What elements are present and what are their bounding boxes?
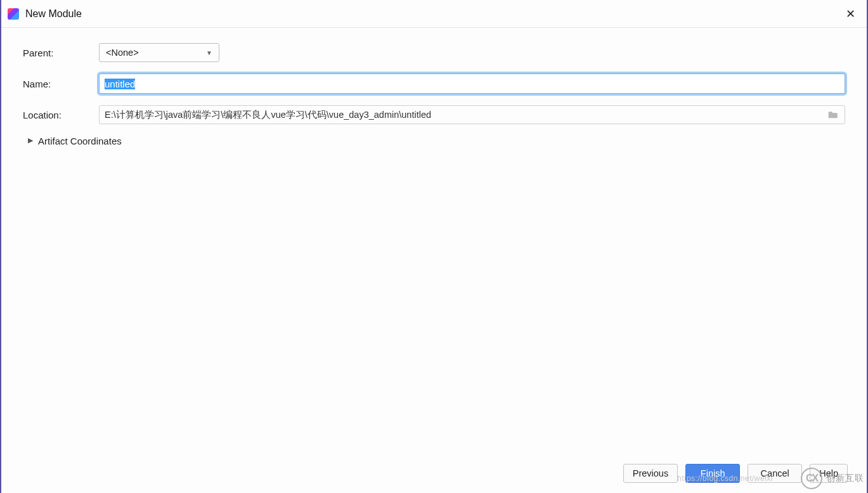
row-location: Location: xyxy=(23,105,845,124)
parent-selected-value: <None> xyxy=(106,48,139,58)
artifact-coordinates-label: Artifact Coordinates xyxy=(38,136,122,146)
intellij-icon xyxy=(8,8,19,20)
location-input[interactable] xyxy=(99,105,845,124)
folder-icon xyxy=(828,110,838,119)
dialog-footer: Previous Finish Cancel Help xyxy=(1,454,867,493)
window-title: New Module xyxy=(25,8,841,20)
dialog-content: Parent: <None> ▼ Name: Location: xyxy=(1,28,867,454)
close-icon[interactable]: ✕ xyxy=(841,4,860,23)
parent-label: Parent: xyxy=(23,48,99,58)
row-name: Name: xyxy=(23,74,845,94)
name-label: Name: xyxy=(23,79,99,89)
parent-dropdown[interactable]: <None> ▼ xyxy=(99,43,219,62)
titlebar: New Module ✕ xyxy=(1,0,867,28)
chevron-down-icon: ▼ xyxy=(206,49,212,56)
help-button[interactable]: Help xyxy=(810,464,848,483)
new-module-dialog: New Module ✕ Parent: <None> ▼ Name: Loca… xyxy=(0,0,868,493)
row-parent: Parent: <None> ▼ xyxy=(23,43,845,62)
cancel-button[interactable]: Cancel xyxy=(748,464,802,483)
location-label: Location: xyxy=(23,110,99,120)
browse-location-button[interactable] xyxy=(826,109,840,120)
previous-button[interactable]: Previous xyxy=(623,464,678,483)
finish-button[interactable]: Finish xyxy=(685,464,740,483)
caret-right-icon: ▶ xyxy=(28,136,33,144)
name-input[interactable] xyxy=(99,74,845,94)
artifact-coordinates-toggle[interactable]: ▶ Artifact Coordinates xyxy=(23,136,845,146)
